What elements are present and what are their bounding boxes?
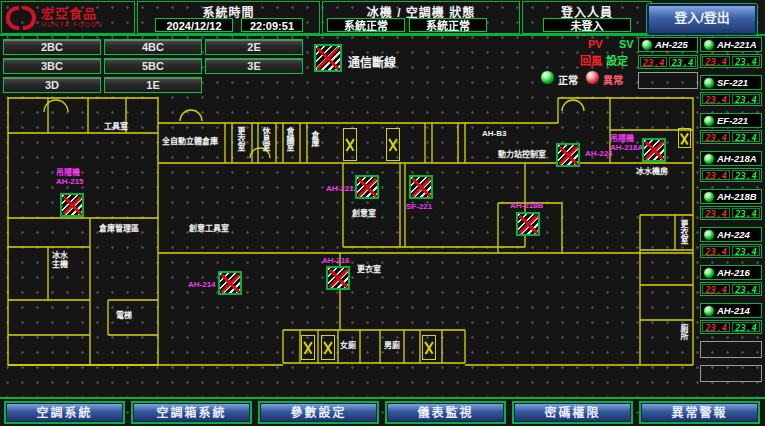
nav-button-label: 空調系統 xyxy=(6,403,123,422)
unit-tile-ah-225[interactable]: AH-225 xyxy=(638,37,698,52)
unit-label: AH-216 xyxy=(717,267,750,278)
pv-value: 23.4 xyxy=(702,246,730,256)
sv-value: 23.4 xyxy=(732,284,760,294)
status-lamp-icon xyxy=(703,39,715,51)
room-label: 電梯 xyxy=(116,311,132,320)
floor-button-5bc[interactable]: 5BC xyxy=(104,58,202,74)
unit-values: 23.423.4 xyxy=(700,320,762,334)
sv-value: 23.4 xyxy=(732,56,760,66)
login-logout-button[interactable]: 登入/登出 xyxy=(647,4,757,35)
unit-values: 23.423.4 xyxy=(700,54,762,68)
pv-value: 23.4 xyxy=(702,208,730,218)
header-bar: 宏亞食品 HUNYA FOODS 系統時間 2024/12/12 22:09:5… xyxy=(0,0,765,36)
nav-button-5[interactable]: 密碼權限 xyxy=(512,401,633,424)
unit-block-ah-218a: AH-218A23.423.4 xyxy=(700,151,762,182)
pv-value: 23.4 xyxy=(702,132,730,142)
sv-value: 23.4 xyxy=(732,322,760,332)
pv-value: 23.4 xyxy=(702,322,730,332)
unit-values: 23.423.4 xyxy=(700,244,762,258)
comm-fail-marker[interactable] xyxy=(516,212,540,236)
unit-tile-ah-224[interactable]: AH-224 xyxy=(700,227,762,242)
ahu-label: AH-214 xyxy=(188,280,216,289)
sv-value: 23.4 xyxy=(732,246,760,256)
normal-legend: 正常 xyxy=(558,72,578,87)
unit-block-ef-221: EF-22123.423.4 xyxy=(700,113,762,144)
unit-values: 23.423.4 xyxy=(700,130,762,144)
unit-label: AH-218B xyxy=(717,191,757,202)
unit-tile-ef-221[interactable]: EF-221 xyxy=(700,113,762,128)
floor-button-3d[interactable]: 3D xyxy=(3,77,101,93)
stair-cross-icon xyxy=(386,128,400,161)
unit-values: 23.423.4 xyxy=(700,92,762,106)
nav-button-6[interactable]: 異常警報 xyxy=(639,401,760,424)
normal-lamp-icon xyxy=(540,70,555,85)
room-label: 全自動立體倉庫 xyxy=(162,137,218,146)
unit-tile-ah-218b[interactable]: AH-218B xyxy=(700,189,762,204)
floor-button-1e[interactable]: 1E xyxy=(104,77,202,93)
unit-tile-ah-221a[interactable]: AH-221A xyxy=(700,37,762,52)
comm-fail-marker[interactable] xyxy=(409,175,433,199)
floor-button-4bc[interactable]: 4BC xyxy=(104,39,202,55)
login-section: 登入人員 未登入 xyxy=(522,1,652,34)
nav-button-label: 異常警報 xyxy=(641,403,758,422)
unit-values: 23.4 23.4 xyxy=(638,55,698,69)
logo: 宏亞食品 HUNYA FOODS xyxy=(1,1,135,34)
unit-tile-ah-218a[interactable]: AH-218A xyxy=(700,151,762,166)
date-field: 2024/12/12 xyxy=(155,18,233,32)
stair-cross-icon xyxy=(343,128,357,161)
sv-value: 23.4 xyxy=(732,132,760,142)
floor-button-2bc[interactable]: 2BC xyxy=(3,39,101,55)
unit-tile-sf-221[interactable]: SF-221 xyxy=(700,75,762,90)
room-label: 工具室 xyxy=(104,122,128,131)
room-label: 冰水 主機 xyxy=(52,251,68,269)
floor-button-3bc[interactable]: 3BC xyxy=(3,58,101,74)
nav-button-1[interactable]: 空調系統 xyxy=(4,401,125,424)
unit-label: SF-221 xyxy=(717,77,748,88)
pv-legend: PV xyxy=(588,38,603,50)
comm-fail-marker[interactable] xyxy=(355,175,379,199)
nav-button-4[interactable]: 儀表監視 xyxy=(385,401,506,424)
status-lamp-icon xyxy=(703,153,715,165)
ahu-label: AH-224 xyxy=(585,149,613,158)
abnormal-legend: 異常 xyxy=(603,72,623,87)
comm-fail-marker[interactable] xyxy=(556,143,580,167)
comm-fail-marker[interactable] xyxy=(218,271,242,295)
comm-fail-marker[interactable] xyxy=(60,193,84,217)
floor-button-3e[interactable]: 3E xyxy=(205,58,303,74)
empty-slot xyxy=(700,365,762,382)
unit-values: 23.423.4 xyxy=(700,168,762,182)
nav-button-label: 密碼權限 xyxy=(514,403,631,422)
room-label: 更衣室 xyxy=(357,265,381,274)
pv-value: 23.4 xyxy=(702,284,730,294)
ahu-label: AH-216 xyxy=(322,256,350,265)
status-lamp-icon xyxy=(703,115,715,127)
unit-tile-ah-214[interactable]: AH-214 xyxy=(700,303,762,318)
room-label: 創意室 xyxy=(352,209,376,218)
unit-tile-ah-216[interactable]: AH-216 xyxy=(700,265,762,280)
comm-fail-marker[interactable] xyxy=(326,266,350,290)
pv-value: 23.4 xyxy=(702,170,730,180)
unit-label: AH-225 xyxy=(655,39,688,50)
room-label: 冰水機房 xyxy=(636,167,668,176)
floor-button-2e[interactable]: 2E xyxy=(205,39,303,55)
status-lamp-icon xyxy=(703,77,715,89)
nav-button-3[interactable]: 參數設定 xyxy=(258,401,379,424)
unit-label: AH-218A xyxy=(717,153,757,164)
sv-legend: SV xyxy=(619,38,634,50)
status-lamp-icon xyxy=(703,191,715,203)
logo-text-en: HUNYA FOODS xyxy=(41,21,103,28)
room-label: 休息室 xyxy=(261,127,270,151)
unit-block-ah-224: AH-22423.423.4 xyxy=(700,227,762,258)
room-label: 創意工具室 xyxy=(189,224,229,233)
ahu-status-field: 系統正常 xyxy=(409,18,487,32)
system-time-section: 系統時間 2024/12/12 22:09:51 xyxy=(137,1,320,34)
status-lamp-icon xyxy=(703,229,715,241)
status-lamp-icon xyxy=(703,305,715,317)
unit-label: AH-214 xyxy=(717,305,750,316)
nav-button-2[interactable]: 空調箱系統 xyxy=(131,401,252,424)
comm-fail-legend-icon xyxy=(314,44,342,72)
stair-cross-icon xyxy=(321,335,335,360)
sv-value: 23.4 xyxy=(732,94,760,104)
stair-cross-icon xyxy=(301,335,315,360)
comm-fail-marker[interactable] xyxy=(642,138,666,162)
